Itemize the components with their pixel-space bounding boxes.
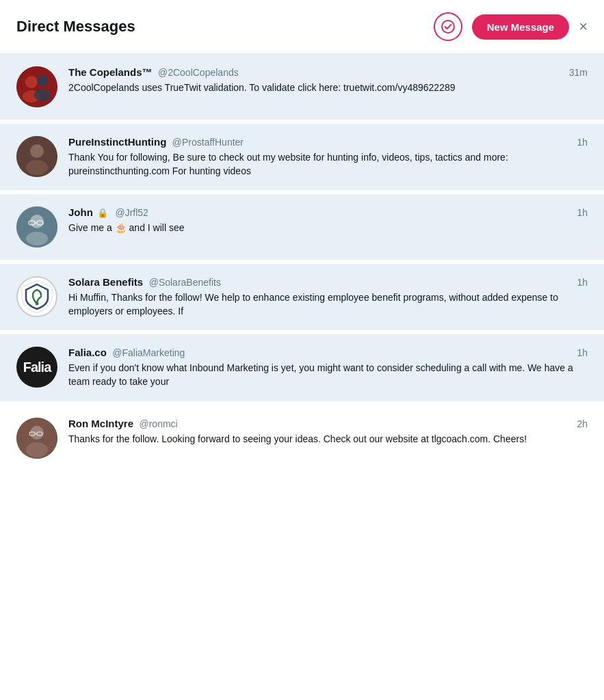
message-content: Solara Benefits @SolaraBenefits 1h Hi Mu… — [68, 276, 588, 318]
avatar-image — [16, 66, 57, 107]
message-header: The Copelands™ @2CoolCopelands 31m — [68, 66, 588, 79]
message-header: Ron McIntyre @ronmci 2h — [68, 418, 588, 430]
avatar-image — [16, 206, 57, 247]
message-item[interactable]: John 🔒 @Jrfl52 1h Give me a 🎂 and I will… — [0, 194, 604, 264]
message-time: 31m — [569, 67, 588, 78]
svg-point-15 — [36, 302, 39, 306]
svg-point-7 — [30, 144, 44, 158]
header: Direct Messages New Message × — [0, 0, 604, 54]
dm-verify-button[interactable] — [434, 12, 462, 41]
svg-point-2 — [25, 76, 38, 88]
message-header: Solara Benefits @SolaraBenefits 1h — [68, 276, 588, 288]
svg-point-5 — [34, 89, 51, 101]
message-item[interactable]: Solara Benefits @SolaraBenefits 1h Hi Mu… — [0, 264, 604, 334]
message-time: 2h — [577, 418, 588, 429]
message-content: The Copelands™ @2CoolCopelands 31m 2Cool… — [68, 66, 588, 95]
svg-point-0 — [442, 21, 454, 33]
sender-name: The Copelands™ @2CoolCopelands — [68, 66, 239, 79]
svg-point-18 — [26, 442, 48, 457]
message-content: Falia.co @FaliaMarketing 1h Even if you … — [68, 347, 588, 388]
svg-point-11 — [26, 232, 48, 245]
message-header: Falia.co @FaliaMarketing 1h — [68, 347, 588, 359]
message-content: PureInstinctHunting @ProstaffHunter 1h T… — [68, 136, 588, 178]
message-text: Give me a 🎂 and I will see — [68, 221, 588, 235]
message-time: 1h — [577, 137, 588, 148]
falia-logo-text: Falia — [23, 360, 51, 375]
message-text: 2CoolCopelands uses TrueTwit validation.… — [68, 81, 588, 95]
avatar — [16, 276, 57, 317]
solara-logo — [18, 278, 56, 316]
avatar — [16, 418, 57, 459]
message-text: Hi Muffin, Thanks for the follow! We hel… — [68, 291, 588, 318]
verify-icon — [441, 19, 456, 34]
message-content: Ron McIntyre @ronmci 2h Thanks for the f… — [68, 418, 588, 446]
sender-name: PureInstinctHunting @ProstaffHunter — [68, 136, 244, 148]
messages-list: The Copelands™ @2CoolCopelands 31m 2Cool… — [0, 54, 604, 471]
svg-point-8 — [26, 160, 48, 175]
header-actions: New Message × — [434, 12, 588, 41]
avatar-image — [16, 136, 57, 177]
page-title: Direct Messages — [16, 18, 135, 36]
avatar — [16, 206, 57, 247]
svg-point-4 — [37, 75, 48, 86]
message-header: PureInstinctHunting @ProstaffHunter 1h — [68, 136, 588, 148]
sender-name: John 🔒 @Jrfl52 — [68, 206, 148, 219]
message-item[interactable]: Falia Falia.co @FaliaMarketing 1h Even i… — [0, 334, 604, 405]
message-text: Thank You for following, Be sure to chec… — [68, 151, 588, 178]
sender-name: Ron McIntyre @ronmci — [68, 418, 178, 430]
close-button[interactable]: × — [579, 19, 588, 34]
avatar — [16, 136, 57, 177]
message-text: Thanks for the follow. Looking forward t… — [68, 433, 588, 446]
message-text: Even if you don't know what Inbound Mark… — [68, 362, 588, 388]
message-item[interactable]: The Copelands™ @2CoolCopelands 31m 2Cool… — [0, 54, 604, 124]
message-item[interactable]: Ron McIntyre @ronmci 2h Thanks for the f… — [0, 405, 604, 471]
lock-icon: 🔒 — [97, 208, 108, 218]
message-time: 1h — [577, 207, 588, 218]
avatar-image — [16, 418, 57, 459]
avatar: Falia — [16, 347, 57, 388]
new-message-button[interactable]: New Message — [472, 14, 569, 40]
message-content: John 🔒 @Jrfl52 1h Give me a 🎂 and I will… — [68, 206, 588, 235]
message-time: 1h — [577, 277, 588, 288]
sender-name: Falia.co @FaliaMarketing — [68, 347, 185, 359]
sender-name: Solara Benefits @SolaraBenefits — [68, 276, 221, 288]
message-header: John 🔒 @Jrfl52 1h — [68, 206, 588, 219]
message-item[interactable]: PureInstinctHunting @ProstaffHunter 1h T… — [0, 124, 604, 194]
avatar — [16, 66, 57, 107]
message-time: 1h — [577, 347, 588, 358]
